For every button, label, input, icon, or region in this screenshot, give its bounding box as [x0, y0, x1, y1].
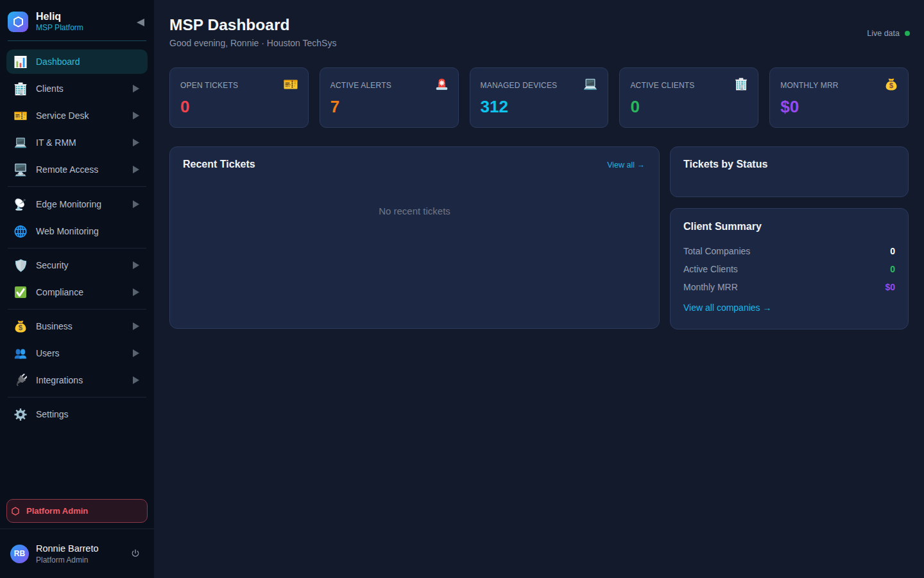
svg-text:$: $ — [19, 324, 23, 331]
svg-text:$: $ — [889, 82, 894, 89]
